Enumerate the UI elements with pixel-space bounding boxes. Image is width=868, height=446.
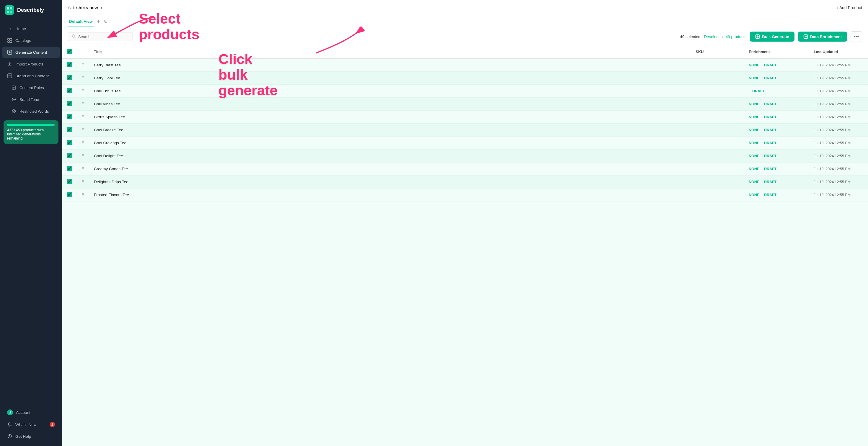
row-date: Jul 19, 2024 12:55 PM [809, 188, 868, 202]
last-updated-col-label: Last Updated [814, 49, 838, 54]
sidebar-item-account[interactable]: J Account [2, 407, 60, 418]
enrichment-tag[interactable]: NONE [749, 167, 760, 171]
status-tag: DRAFT [752, 89, 765, 93]
bulk-generate-icon [755, 34, 760, 39]
row-checkbox[interactable] [67, 62, 72, 67]
row-sku [691, 111, 744, 124]
row-checkbox[interactable] [67, 75, 72, 80]
row-date: Jul 19, 2024 12:55 PM [809, 72, 868, 85]
svg-rect-4 [8, 38, 9, 40]
enrichment-tag[interactable]: NONE [749, 154, 760, 158]
sidebar-item-get-help[interactable]: Get Help [2, 431, 60, 442]
enrichment-tag[interactable]: NONE [749, 115, 760, 119]
add-tab-button[interactable]: + [96, 19, 101, 25]
sidebar-item-whats-new[interactable]: What's New 2 [2, 419, 60, 430]
row-date: Jul 19, 2024 12:55 PM [809, 85, 868, 98]
status-tag: DRAFT [764, 141, 776, 145]
drag-handle-icon[interactable]: ⠿ [82, 180, 85, 184]
row-enrichment: NONE DRAFT [744, 163, 809, 175]
row-date: Jul 19, 2024 12:55 PM [809, 149, 868, 163]
row-sku [691, 85, 744, 98]
drag-handle-icon[interactable]: ⠿ [82, 63, 85, 68]
row-checkbox-cell[interactable] [62, 163, 77, 175]
row-sku [691, 98, 744, 111]
drag-handle-icon[interactable]: ⠿ [82, 167, 85, 171]
bulk-generate-button[interactable]: Bulk Generate [750, 32, 795, 42]
drag-handle-icon[interactable]: ⠿ [82, 128, 85, 132]
selected-count: 49 selected [680, 35, 700, 39]
enrichment-tag[interactable]: NONE [749, 193, 760, 197]
sidebar-item-brand[interactable]: Brand and Content [2, 70, 60, 81]
more-options-button[interactable]: ••• [850, 31, 862, 42]
deselect-link[interactable]: Deselect all 49 products [704, 35, 746, 39]
row-date: Jul 19, 2024 12:55 PM [809, 163, 868, 175]
enrichment-tag[interactable]: NONE [749, 63, 760, 67]
add-product-label: + Add Product [836, 5, 862, 10]
row-enrichment: NONE DRAFT [744, 188, 809, 202]
drag-handle-icon[interactable]: ⠿ [82, 89, 85, 94]
drag-handle-icon[interactable]: ⠿ [82, 102, 85, 106]
sidebar-logo: Describely [0, 0, 62, 20]
row-drag-cell: ⠿ [77, 163, 89, 175]
sidebar-item-home[interactable]: ⌂ Home [2, 23, 60, 34]
sidebar-item-label: Generate Content [16, 50, 47, 55]
select-all-checkbox[interactable] [67, 49, 72, 54]
header-sku: SKU [691, 45, 744, 59]
sidebar-item-catalogs[interactable]: Catalogs [2, 35, 60, 46]
row-checkbox-cell[interactable] [62, 111, 77, 124]
row-sku [691, 175, 744, 188]
row-checkbox[interactable] [67, 166, 72, 171]
topbar-chevron-icon[interactable]: ▾ [100, 5, 102, 10]
enrichment-tag[interactable]: NONE [749, 141, 760, 145]
row-checkbox-cell[interactable] [62, 137, 77, 149]
drag-handle-icon[interactable]: ⠿ [82, 115, 85, 119]
drag-handle-icon[interactable]: ⠿ [82, 141, 85, 145]
sidebar-item-generate[interactable]: Generate Content [2, 46, 60, 58]
title-col-label: Title [94, 49, 102, 54]
row-checkbox-cell[interactable] [62, 149, 77, 163]
row-checkbox-cell[interactable] [62, 72, 77, 85]
sidebar-item-label: Home [16, 27, 26, 31]
status-tag: DRAFT [764, 63, 776, 67]
row-checkbox[interactable] [67, 101, 72, 106]
table-row: ⠿ Berry Cool Tee NONE DRAFT Jul 19, 2024… [62, 72, 868, 85]
data-enrichment-button[interactable]: Data Enrichment [798, 32, 847, 42]
enrichment-tag[interactable]: NONE [749, 76, 760, 80]
row-checkbox-cell[interactable] [62, 85, 77, 98]
drag-handle-icon[interactable]: ⠿ [82, 193, 85, 197]
add-product-button[interactable]: + Add Product [836, 5, 862, 10]
row-checkbox[interactable] [67, 192, 72, 197]
row-checkbox-cell[interactable] [62, 59, 77, 72]
row-checkbox[interactable] [67, 114, 72, 119]
brand-icon [7, 73, 12, 78]
enrichment-tag[interactable]: NONE [749, 102, 760, 106]
table-row: ⠿ Citrus Splash Tee NONE DRAFT Jul 19, 2… [62, 111, 868, 124]
edit-tab-button[interactable]: ✎ [103, 20, 108, 24]
row-checkbox[interactable] [67, 140, 72, 145]
row-checkbox-cell[interactable] [62, 124, 77, 137]
table-row: ⠿ Cool Breeze Tee NONE DRAFT Jul 19, 202… [62, 124, 868, 137]
svg-point-11 [12, 98, 16, 101]
search-input[interactable] [78, 35, 125, 39]
row-checkbox[interactable] [67, 88, 72, 93]
main-content: ⌂ t-shirts new ▾ + Add Product Default V… [62, 0, 868, 446]
status-tag: DRAFT [764, 76, 776, 80]
row-checkbox[interactable] [67, 179, 72, 184]
import-icon [7, 61, 12, 67]
row-checkbox[interactable] [67, 153, 72, 158]
row-checkbox-cell[interactable] [62, 188, 77, 202]
sidebar-item-import[interactable]: Import Products [2, 59, 60, 70]
row-checkbox-cell[interactable] [62, 98, 77, 111]
row-checkbox[interactable] [67, 127, 72, 132]
generate-icon [7, 49, 12, 55]
row-checkbox-cell[interactable] [62, 175, 77, 188]
sidebar-item-content-rules[interactable]: Content Rules [6, 82, 60, 93]
tab-default-view[interactable]: Default View [68, 16, 94, 27]
enrichment-tag[interactable]: NONE [749, 180, 760, 184]
drag-handle-icon[interactable]: ⠿ [82, 154, 85, 159]
enrichment-tag[interactable]: NONE [749, 128, 760, 132]
drag-handle-icon[interactable]: ⠿ [82, 76, 85, 80]
sidebar-item-restricted-words[interactable]: Restricted Words [6, 106, 60, 117]
sidebar-item-brand-tone[interactable]: Brand Tone [6, 94, 60, 105]
row-enrichment: NONE DRAFT [744, 72, 809, 85]
